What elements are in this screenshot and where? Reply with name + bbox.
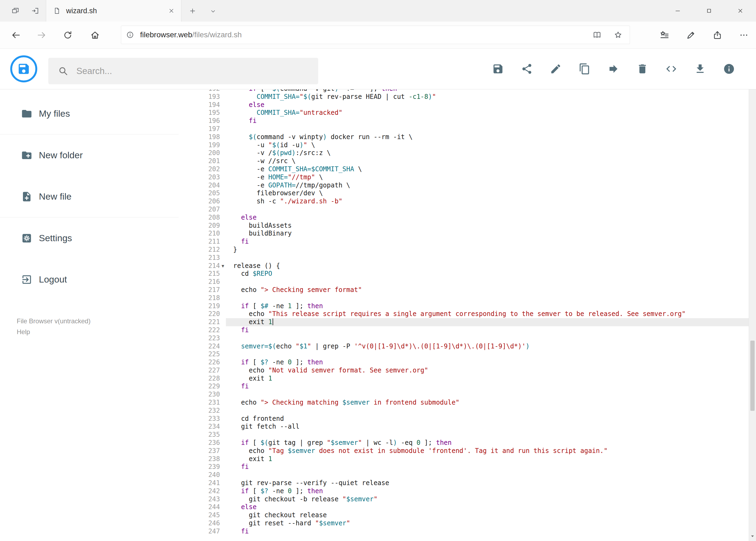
code-line-247[interactable]: 247 fi [200, 527, 749, 536]
page-scrollbar[interactable] [749, 49, 756, 541]
code-line-196[interactable]: 196 fi [200, 117, 749, 125]
share-page-icon[interactable] [712, 30, 722, 40]
code-line-228[interactable]: 228 exit 1 [200, 375, 749, 383]
url-field[interactable]: filebrowser.web/files/wizard.sh [121, 26, 630, 44]
sidebar-item-logout[interactable]: Logout [0, 259, 179, 300]
code-line-207[interactable]: 207 [200, 206, 749, 214]
code-line-226[interactable]: 226 if [ $? -ne 0 ]; then [200, 358, 749, 366]
code-line-236[interactable]: 236 if [ $(git tag | grep "$semver" | wc… [200, 439, 749, 447]
search-input[interactable] [76, 66, 318, 76]
fold-arrow-icon[interactable]: ▾ [222, 262, 224, 270]
code-line-199[interactable]: 199 -u "$(id -u)" \ [200, 141, 749, 149]
sidebar-item-new-file[interactable]: New file [0, 176, 179, 217]
code-line-215[interactable]: 215 cd $REPO [200, 270, 749, 278]
code-line-233[interactable]: 233 cd frontend [200, 415, 749, 423]
close-window-button[interactable] [725, 0, 756, 22]
filebrowser-logo[interactable] [10, 55, 37, 82]
code-line-201[interactable]: 201 -w //src \ [200, 157, 749, 165]
code-line-214[interactable]: 214▾release () { [200, 262, 749, 270]
code-line-240[interactable]: 240 [200, 471, 749, 479]
tabs-preview-icon[interactable] [11, 7, 19, 15]
code-line-237[interactable]: 237 echo "Tag $semver does not exist in … [200, 447, 749, 455]
new-tab-icon[interactable] [189, 7, 196, 15]
tab-wizard-sh[interactable]: wizard.sh [46, 0, 181, 22]
minimize-button[interactable] [662, 0, 693, 22]
code-line-213[interactable]: 213 [200, 254, 749, 262]
code-line-234[interactable]: 234 git fetch --all [200, 423, 749, 431]
code-line-217[interactable]: 217 echo "> Checking semver format" [200, 286, 749, 294]
code-line-225[interactable]: 225 [200, 350, 749, 358]
scroll-down-icon[interactable] [749, 533, 756, 539]
code-line-246[interactable]: 246 git reset --hard "$semver" [200, 519, 749, 527]
code-line-221[interactable]: 221 exit 1 [200, 318, 749, 326]
sidebar-item-my-files[interactable]: My files [0, 93, 179, 134]
code-line-197[interactable]: 197 [200, 125, 749, 133]
code-line-229[interactable]: 229 fi [200, 382, 749, 390]
move-button[interactable] [608, 63, 620, 75]
save-button[interactable] [492, 63, 504, 75]
download-button[interactable] [694, 63, 706, 75]
code-editor[interactable]: 192 if [ "$(command -v git)" != "" ]; th… [200, 89, 749, 541]
home-button[interactable] [90, 30, 100, 40]
code-line-241[interactable]: 241 git rev-parse --verify --quiet relea… [200, 479, 749, 487]
hub-icon[interactable] [659, 30, 670, 40]
delete-button[interactable] [636, 63, 648, 75]
code-line-206[interactable]: 206 sh -c "./wizard.sh -b" [200, 198, 749, 206]
code-line-218[interactable]: 218 [200, 294, 749, 302]
back-button[interactable] [11, 30, 21, 40]
rename-button[interactable] [550, 63, 562, 75]
code-line-194[interactable]: 194 else [200, 101, 749, 109]
sidebar-item-new-folder[interactable]: New folder [0, 135, 179, 176]
code-line-223[interactable]: 223 [200, 334, 749, 342]
code-line-210[interactable]: 210 buildBinary [200, 230, 749, 238]
code-line-244[interactable]: 244 else [200, 503, 749, 511]
code-line-202[interactable]: 202 -e COMMIT_SHA=$COMMIT_SHA \ [200, 165, 749, 174]
scrollbar-thumb[interactable] [750, 340, 755, 411]
reading-view-icon[interactable] [593, 30, 602, 39]
code-line-239[interactable]: 239 fi [200, 463, 749, 471]
share-button[interactable] [521, 63, 533, 75]
tab-close-icon[interactable] [168, 8, 175, 14]
code-line-242[interactable]: 242 if [ $? -ne 0 ]; then [200, 487, 749, 495]
forward-button[interactable] [36, 30, 47, 40]
help-link[interactable]: Help [17, 328, 91, 336]
maximize-button[interactable] [693, 0, 725, 22]
more-options-icon[interactable] [739, 30, 749, 40]
tabs-dropdown-icon[interactable] [210, 8, 216, 14]
code-line-243[interactable]: 243 git checkout -b release "$semver" [200, 495, 749, 503]
code-line-227[interactable]: 227 echo "Not valid semver format. See s… [200, 366, 749, 375]
search-box[interactable] [48, 58, 318, 84]
code-line-192[interactable]: 192 if [ "$(command -v git)" != "" ]; th… [200, 89, 749, 93]
code-line-204[interactable]: 204 -e GOPATH=//tmp/gopath \ [200, 182, 749, 190]
code-line-235[interactable]: 235 [200, 431, 749, 439]
code-line-205[interactable]: 205 filebrowser/dev \ [200, 189, 749, 198]
editor-mode-button[interactable] [665, 63, 677, 75]
code-line-211[interactable]: 211 fi [200, 238, 749, 246]
code-line-220[interactable]: 220 echo "This release script requires a… [200, 310, 749, 318]
refresh-button[interactable] [63, 30, 73, 40]
code-line-238[interactable]: 238 exit 1 [200, 455, 749, 463]
code-line-232[interactable]: 232 [200, 407, 749, 415]
set-tabs-aside-icon[interactable] [31, 7, 39, 15]
info-button[interactable] [723, 63, 735, 75]
site-info-icon[interactable] [126, 31, 134, 39]
code-line-216[interactable]: 216 [200, 278, 749, 286]
code-line-245[interactable]: 245 git checkout release [200, 511, 749, 519]
code-line-193[interactable]: 193 COMMIT_SHA="$(git rev-parse HEAD | c… [200, 93, 749, 101]
code-line-200[interactable]: 200 -v /$(pwd):/src:z \ [200, 149, 749, 157]
code-line-219[interactable]: 219 if [ $# -ne 1 ]; then [200, 302, 749, 310]
code-line-198[interactable]: 198 $(command -v winpty) docker run --rm… [200, 133, 749, 141]
code-line-208[interactable]: 208 else [200, 214, 749, 222]
code-line-195[interactable]: 195 COMMIT_SHA="untracked" [200, 109, 749, 117]
code-line-231[interactable]: 231 echo "> Checking matching $semver in… [200, 399, 749, 407]
favorite-star-icon[interactable] [614, 30, 623, 39]
sidebar-item-settings[interactable]: Settings [0, 218, 179, 259]
code-line-230[interactable]: 230 [200, 390, 749, 399]
code-line-209[interactable]: 209 buildAssets [200, 222, 749, 230]
code-line-212[interactable]: 212} [200, 246, 749, 254]
code-line-203[interactable]: 203 -e HOME="//tmp" \ [200, 174, 749, 182]
code-line-222[interactable]: 222 fi [200, 326, 749, 334]
web-note-icon[interactable] [686, 30, 696, 40]
copy-button[interactable] [579, 63, 591, 75]
code-line-224[interactable]: 224 semver=$(echo "$1" | grep -P '^v(0|[… [200, 342, 749, 350]
